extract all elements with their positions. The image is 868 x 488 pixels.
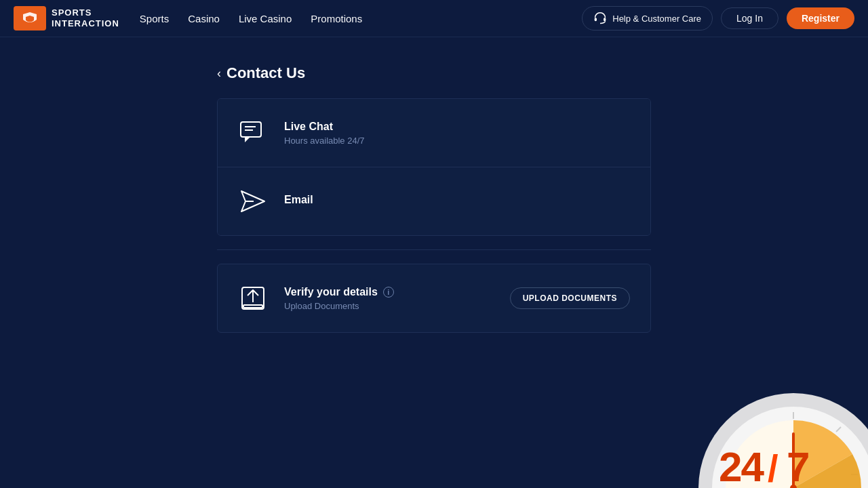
upload-documents-button[interactable]: UPLOAD DOCUMENTS — [510, 287, 630, 309]
logo-icon — [14, 6, 46, 30]
contact-cards: Live Chat Hours available 24/7 Email — [217, 98, 651, 236]
info-icon[interactable]: i — [383, 287, 394, 298]
nav-live-casino[interactable]: Live Casino — [239, 13, 292, 24]
help-label: Help & Customer Care — [612, 14, 701, 24]
register-button[interactable]: Register — [787, 7, 854, 29]
nav-casino[interactable]: Casino — [188, 13, 220, 24]
page-title: Contact Us — [226, 64, 305, 82]
login-button[interactable]: Log In — [721, 7, 778, 29]
section-divider — [217, 249, 651, 250]
svg-text:/: / — [768, 447, 778, 488]
back-arrow-icon: ‹ — [217, 66, 221, 81]
live-chat-content: Live Chat Hours available 24/7 — [284, 121, 365, 146]
verify-icon — [238, 283, 268, 313]
email-title: Email — [284, 194, 313, 206]
headset-icon — [593, 12, 607, 25]
logo-text: SPORTS INTERACTION — [52, 7, 119, 28]
svg-text:7: 7 — [787, 443, 810, 488]
nav-sports[interactable]: Sports — [140, 13, 169, 24]
live-chat-title: Live Chat — [284, 121, 365, 133]
nav-actions: Help & Customer Care Log In Register — [582, 6, 854, 30]
logo[interactable]: SPORTS INTERACTION — [14, 6, 119, 30]
nav-links: Sports Casino Live Casino Promotions — [140, 13, 582, 24]
verify-content: Verify your details i Upload Documents — [284, 286, 494, 311]
email-content: Email — [284, 194, 313, 209]
live-chat-subtitle: Hours available 24/7 — [284, 136, 365, 146]
email-icon — [238, 186, 268, 216]
help-button[interactable]: Help & Customer Care — [582, 6, 713, 30]
navbar: SPORTS INTERACTION Sports Casino Live Ca… — [0, 0, 868, 37]
verify-card: Verify your details i Upload Documents U… — [217, 264, 651, 333]
verify-title: Verify your details i — [284, 286, 494, 298]
verify-subtitle: Upload Documents — [284, 301, 494, 311]
decoration-247: 24 / 7 — [658, 339, 868, 488]
nav-promotions[interactable]: Promotions — [311, 13, 362, 24]
svg-rect-0 — [595, 18, 597, 21]
email-card[interactable]: Email — [218, 167, 650, 235]
svg-rect-1 — [604, 18, 606, 21]
svg-text:24: 24 — [719, 443, 764, 488]
svg-rect-6 — [243, 305, 262, 308]
back-link[interactable]: ‹ Contact Us — [217, 64, 868, 82]
live-chat-card[interactable]: Live Chat Hours available 24/7 — [218, 99, 650, 167]
live-chat-icon — [238, 118, 268, 148]
main-content: ‹ Contact Us Live Chat Hours available 2… — [0, 37, 868, 333]
